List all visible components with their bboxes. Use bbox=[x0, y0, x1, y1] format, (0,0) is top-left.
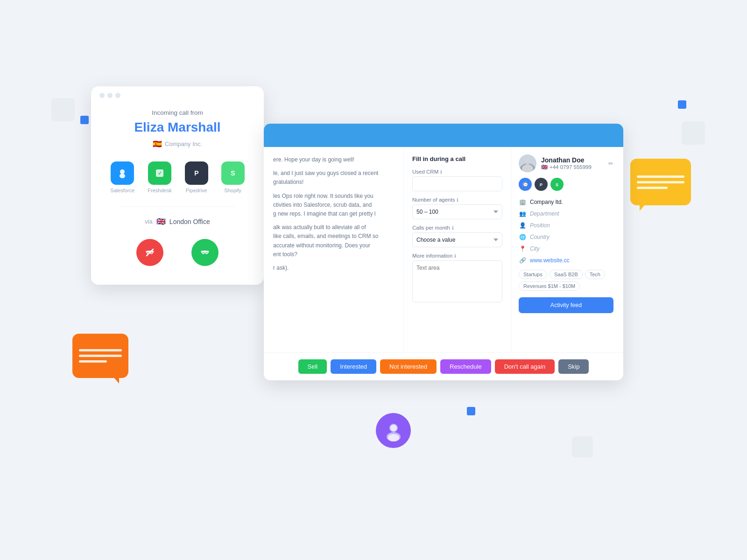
decorative-dot-topleft bbox=[80, 116, 89, 124]
freshdesk-label: Freshdesk bbox=[148, 188, 171, 193]
bubble-line-r2 bbox=[637, 181, 684, 183]
dont-call-button[interactable]: Don't call again bbox=[495, 359, 555, 374]
svg-point-3 bbox=[388, 434, 399, 441]
not-interested-button[interactable]: Not interested bbox=[380, 359, 437, 374]
contact-apps-row: 💬 P S bbox=[519, 178, 613, 191]
incoming-call-label: Incoming call from bbox=[105, 109, 250, 116]
pipedrive-icon: P bbox=[185, 161, 208, 185]
contact-info-text: Jonathan Doe 🇬🇧 +44 0797 555999 bbox=[541, 156, 592, 170]
chat-msg-4: alk was actually built to alleviate all … bbox=[273, 223, 394, 259]
chat-msg-3: les Ops role right now. It sounds like y… bbox=[273, 192, 394, 219]
app-shopify[interactable]: S Shopify bbox=[221, 161, 245, 193]
calls-info-icon: ℹ bbox=[452, 225, 454, 231]
sell-button[interactable]: Sell bbox=[298, 359, 327, 374]
phone-card-body: Incoming call from Eliza Marshall 🇪🇸 Com… bbox=[91, 105, 264, 266]
contact-app-chat[interactable]: 💬 bbox=[519, 178, 532, 191]
svg-point-12 bbox=[524, 158, 531, 164]
contact-position: Position bbox=[530, 222, 550, 229]
agents-select[interactable]: 50 – 100 1 – 10 10 – 50 100+ bbox=[412, 204, 502, 219]
contact-panel: Jonathan Doe 🇬🇧 +44 0797 555999 ✏ 💬 bbox=[511, 147, 621, 352]
department-icon: 👥 bbox=[519, 210, 526, 217]
tags-row: Startups SaaS B2B Tech Revenues $1M - $1… bbox=[519, 270, 613, 291]
decorative-dot-bottom bbox=[467, 407, 475, 415]
app-salesforce[interactable]: Salesforce bbox=[110, 161, 134, 193]
website-icon: 🔗 bbox=[519, 257, 526, 264]
contact-phone: 🇬🇧 +44 0797 555999 bbox=[541, 164, 592, 170]
contact-app-pipedrive[interactable]: P bbox=[535, 178, 548, 191]
edit-icon[interactable]: ✏ bbox=[608, 160, 613, 167]
svg-text:✓: ✓ bbox=[157, 170, 162, 176]
tag-startups: Startups bbox=[519, 270, 547, 279]
svg-line-10 bbox=[147, 249, 153, 256]
divider bbox=[119, 206, 236, 207]
call-buttons bbox=[105, 239, 250, 266]
contact-dept-row: 👥 Department bbox=[519, 210, 613, 217]
svg-text:S: S bbox=[556, 182, 558, 187]
contact-app-shopify[interactable]: S bbox=[550, 178, 564, 191]
contact-header: Jonathan Doe 🇬🇧 +44 0797 555999 ✏ bbox=[519, 154, 613, 172]
accept-button[interactable] bbox=[191, 239, 218, 266]
form-panel: Fill in during a call Used CRM ℹ Number … bbox=[404, 147, 511, 352]
chat-panel: ere. Hope your day is going well! le, an… bbox=[264, 147, 404, 352]
calls-select[interactable]: Choose a value 0 – 50 50 – 100 100+ bbox=[412, 232, 502, 247]
bubble-line-1 bbox=[79, 349, 122, 351]
contact-avatar bbox=[519, 154, 536, 172]
company-name: Company Inc. bbox=[165, 140, 202, 147]
decorative-box-left bbox=[51, 98, 75, 121]
skip-button[interactable]: Skip bbox=[558, 359, 589, 374]
decorative-box-right bbox=[682, 121, 705, 145]
svg-point-5 bbox=[120, 174, 125, 178]
pipedrive-label: Pipedrive bbox=[186, 188, 207, 193]
shopify-icon: S bbox=[221, 161, 245, 185]
apps-row: Salesforce ✓ Freshdesk P Pipedrive bbox=[105, 161, 250, 193]
contact-company: Company ltd. bbox=[530, 199, 563, 205]
shopify-label: Shopify bbox=[224, 188, 241, 193]
tag-saas: SaaS B2B bbox=[550, 270, 583, 279]
spain-flag-icon: 🇪🇸 bbox=[153, 140, 162, 148]
phone-card-titlebar bbox=[91, 86, 264, 105]
contact-country: Country bbox=[530, 234, 550, 240]
more-info-icon: ℹ bbox=[454, 253, 456, 259]
activity-feed-button[interactable]: Activity feed bbox=[519, 297, 613, 313]
bubble-line-2 bbox=[79, 355, 122, 357]
interested-button[interactable]: Interested bbox=[331, 359, 376, 374]
user-avatar-bottom bbox=[376, 413, 411, 448]
salesforce-icon bbox=[111, 161, 134, 185]
chat-msg-1: ere. Hope your day is going well! bbox=[273, 155, 394, 164]
company-row: 🇪🇸 Company Inc. bbox=[105, 140, 250, 148]
form-title: Fill in during a call bbox=[412, 155, 502, 162]
svg-text:S: S bbox=[231, 169, 235, 177]
used-crm-info-icon: ℹ bbox=[440, 169, 442, 175]
crm-top-bar bbox=[264, 124, 623, 147]
salesforce-label: Salesforce bbox=[110, 188, 134, 193]
bubble-line-r3 bbox=[637, 187, 668, 189]
decline-button[interactable] bbox=[136, 239, 163, 266]
uk-flag-small: 🇬🇧 bbox=[541, 164, 548, 170]
decorative-box-bottom bbox=[572, 436, 593, 457]
via-row: via 🇬🇧 London Office bbox=[105, 217, 250, 226]
contact-company-row: 🏢 Company ltd. bbox=[519, 198, 613, 206]
more-info-textarea[interactable] bbox=[412, 260, 502, 302]
contact-name: Jonathan Doe bbox=[541, 156, 592, 164]
contact-position-row: 👤 Position bbox=[519, 222, 613, 229]
used-crm-input[interactable] bbox=[412, 176, 502, 191]
phone-card: Incoming call from Eliza Marshall 🇪🇸 Com… bbox=[91, 86, 264, 285]
app-pipedrive[interactable]: P Pipedrive bbox=[185, 161, 208, 193]
crm-panel: ere. Hope your day is going well! le, an… bbox=[264, 124, 623, 380]
uk-flag-icon: 🇬🇧 bbox=[156, 217, 166, 226]
building-icon: 🏢 bbox=[519, 198, 526, 206]
app-freshdesk[interactable]: ✓ Freshdesk bbox=[148, 161, 171, 193]
reschedule-button[interactable]: Reschedule bbox=[440, 359, 491, 374]
calls-label: Calls per month ℹ bbox=[412, 225, 502, 231]
caller-name: Eliza Marshall bbox=[105, 120, 250, 135]
contact-department: Department bbox=[530, 210, 559, 217]
contact-city-row: 📍 City bbox=[519, 245, 613, 252]
chat-bubble-right bbox=[630, 159, 691, 205]
contact-name-row: Jonathan Doe 🇬🇧 +44 0797 555999 bbox=[519, 154, 592, 172]
city-icon: 📍 bbox=[519, 245, 526, 252]
svg-point-4 bbox=[120, 169, 125, 174]
chat-msg-5: r ask). bbox=[273, 264, 394, 273]
used-crm-label: Used CRM ℹ bbox=[412, 169, 502, 175]
contact-website-row: 🔗 www.website.cc bbox=[519, 257, 613, 264]
titlebar-dot-3 bbox=[115, 93, 120, 98]
